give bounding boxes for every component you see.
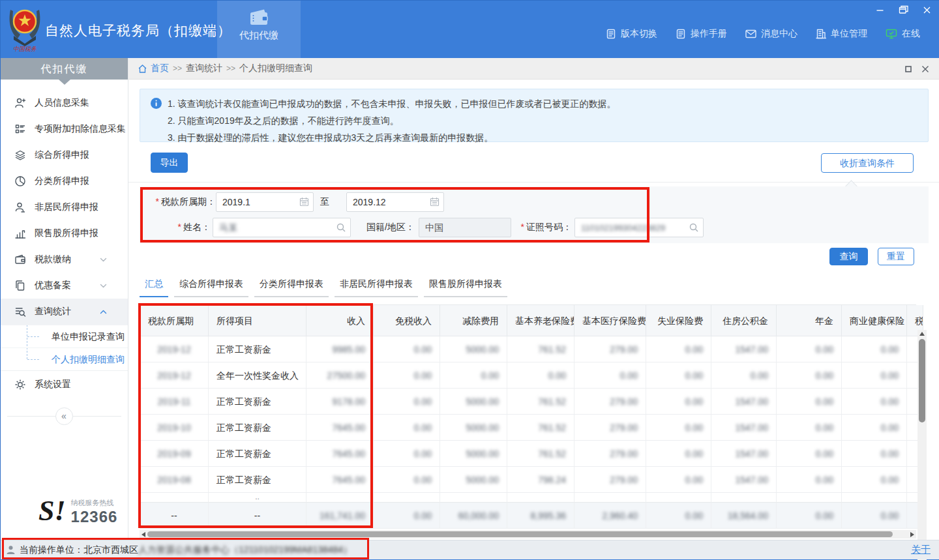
notice-lines: 1. 该查询统计表仅能查询已申报成功的数据，不包含未申报、申报失败，已申报但已作… [168, 95, 917, 146]
table-cell: 279.00 [574, 389, 646, 415]
sidebar-subitem[interactable]: 个人扣缴明细查询 [1, 347, 128, 370]
table-cell: 1547.00 [711, 441, 777, 467]
table-header-cell: 基本养老保险费 [507, 305, 574, 336]
header-menu-item[interactable]: 版本切换 [606, 28, 657, 40]
table-row[interactable]: 2019-08正常工资薪金7645.000.005000.00798.24279… [140, 467, 916, 493]
id-number-input[interactable]: 110102199304223829 [574, 218, 704, 237]
result-tab[interactable]: 限售股所得申报表 [424, 278, 507, 297]
query-button[interactable]: 查询 [829, 248, 868, 265]
table-body: 2019-12正常工资薪金9985.000.005000.00761.52279… [140, 336, 916, 529]
sidebar-item[interactable]: 专项附加扣除信息采集 [1, 116, 128, 142]
reset-button[interactable]: 重置 [878, 248, 914, 265]
table-cell: 0.00 [777, 503, 842, 529]
sidebar-item[interactable]: 分类所得申报 [1, 168, 128, 194]
table-cell: 761.52 [507, 389, 574, 415]
sidebar-item-settings[interactable]: 系统设置 [1, 371, 128, 398]
horizontal-scrollbar-thumb[interactable] [147, 531, 893, 537]
sidebar-settings-label: 系统设置 [35, 379, 71, 391]
main-content: 首页 >> 查询统计 >> 个人扣缴明细查询 1. 该查询统计表仅能查询已申报成… [128, 58, 939, 540]
vertical-scrollbar[interactable] [917, 330, 927, 560]
close-page-button[interactable] [921, 64, 932, 74]
sidebar-item-label: 分类所得申报 [35, 175, 89, 187]
result-tab[interactable]: 非居民所得申报表 [335, 278, 418, 297]
sidebar-item[interactable]: 综合所得申报 [1, 142, 128, 168]
sidebar-item[interactable]: 查询统计 [1, 299, 128, 325]
result-tab[interactable]: 综合所得申报表 [174, 278, 248, 297]
sidebar-menu: 人员信息采集专项附加扣除信息采集综合所得申报分类所得申报非居民所得申报限售股所得… [1, 90, 128, 325]
period-to-input[interactable]: 2019.12 [346, 192, 444, 212]
table-row[interactable]: ----161,741.000.0060,000.008,995.362,960… [140, 503, 916, 529]
header-menu-item[interactable]: 在线 [886, 28, 920, 40]
search-icon[interactable] [689, 222, 699, 233]
about-link[interactable]: 关于 [911, 544, 931, 556]
sidebar-collapse-button[interactable]: « [55, 407, 73, 425]
period-to-value: 2019.12 [353, 197, 386, 207]
bar-chart-icon [14, 228, 27, 239]
info-icon [151, 98, 162, 109]
scroll-right-icon[interactable] [910, 532, 914, 537]
vertical-scrollbar-thumb[interactable] [919, 339, 925, 422]
collapse-query-button[interactable]: 收折查询条件 [821, 153, 914, 173]
restore-button[interactable] [897, 3, 910, 16]
header-menu-item[interactable]: 单位管理 [816, 28, 867, 40]
table-row[interactable]: .. [140, 493, 916, 503]
breadcrumb-home[interactable]: 首页 [151, 63, 169, 74]
hotline-logo: S! 纳税服务热线 12366 [38, 493, 130, 529]
table-cell: 0.00 [842, 415, 907, 441]
table-cell [711, 493, 777, 503]
header-menu-item[interactable]: 操作手册 [676, 28, 727, 40]
table-cell: 279.00 [574, 415, 646, 441]
table-cell: 0.00 [374, 503, 440, 529]
export-button[interactable]: 导出 [151, 153, 188, 173]
table-cell [306, 493, 374, 503]
notice-line: 2. 只能查询2019年及之后的数据，不能进行跨年度查询。 [168, 112, 917, 129]
table-row[interactable]: 2019-12正常工资薪金9985.000.005000.00761.52279… [140, 336, 916, 362]
sidebar-item[interactable]: 税款缴纳 [1, 246, 128, 273]
restore-page-button[interactable] [904, 64, 915, 74]
name-input[interactable]: 马某 [213, 218, 351, 237]
copy-icon [14, 280, 27, 291]
table-cell: 9178.00 [306, 389, 374, 415]
table-cell: 2019-09 [140, 441, 209, 467]
table-cell: 0.00 [574, 362, 646, 389]
scroll-left-icon[interactable] [142, 532, 145, 537]
period-from-input[interactable]: 2019.1 [216, 192, 314, 212]
calendar-icon [299, 197, 309, 207]
table-cell: 0.00 [646, 415, 711, 441]
minimize-button[interactable] [873, 3, 886, 16]
table-row[interactable]: 2019-09正常工资薪金7645.000.005000.00761.52279… [140, 441, 916, 467]
scroll-up-icon[interactable] [919, 332, 925, 336]
chevron-up-icon [97, 310, 110, 314]
table-row[interactable]: 2019-10正常工资薪金7645.000.005000.00761.52279… [140, 415, 916, 441]
header-menu-item[interactable]: 消息中心 [745, 28, 797, 40]
search-icon[interactable] [336, 222, 346, 233]
document-icon [606, 29, 616, 39]
divider [128, 182, 939, 183]
sidebar-item[interactable]: 限售股所得申报 [1, 220, 128, 246]
table-cell: 0.00 [777, 389, 842, 415]
result-tab[interactable]: 汇总 [140, 278, 168, 297]
form-icon [14, 123, 27, 135]
table-cell [842, 493, 907, 503]
svg-text:中国税务: 中国税务 [13, 46, 37, 52]
table-row[interactable]: 2019-12全年一次性奖金收入27500.000.000.000.000.00… [140, 362, 916, 389]
table-cell [374, 493, 440, 503]
table-row[interactable]: 2019-11正常工资薪金9178.000.005000.00761.52279… [140, 389, 916, 415]
close-button[interactable] [920, 3, 933, 16]
horizontal-scrollbar[interactable] [140, 530, 916, 538]
breadcrumb: 首页 >> 查询统计 >> 个人扣缴明细查询 [128, 58, 939, 80]
header-menu: 版本切换操作手册消息中心单位管理在线 [606, 28, 920, 40]
sidebar-item[interactable]: 非居民所得申报 [1, 194, 128, 220]
table-cell [440, 493, 507, 503]
sidebar-item[interactable]: 人员信息采集 [1, 90, 128, 116]
table-cell: 正常工资薪金 [209, 389, 306, 415]
header-tab-daikou-daijiao[interactable]: 代扣代缴 [217, 1, 301, 58]
result-tab[interactable]: 分类所得申报表 [254, 278, 329, 297]
person-add-icon [14, 97, 27, 109]
table-cell: .. [209, 493, 306, 503]
result-table: 税款所属期所得项目收入免税收入减除费用基本养老保险费基本医疗保险费失业保险费住房… [140, 304, 916, 529]
sidebar-subitem[interactable]: 单位申报记录查询 [1, 325, 128, 347]
sidebar-item[interactable]: 优惠备案 [1, 273, 128, 299]
table-cell: 0.00 [842, 467, 907, 493]
chevron-down-icon [97, 258, 110, 262]
